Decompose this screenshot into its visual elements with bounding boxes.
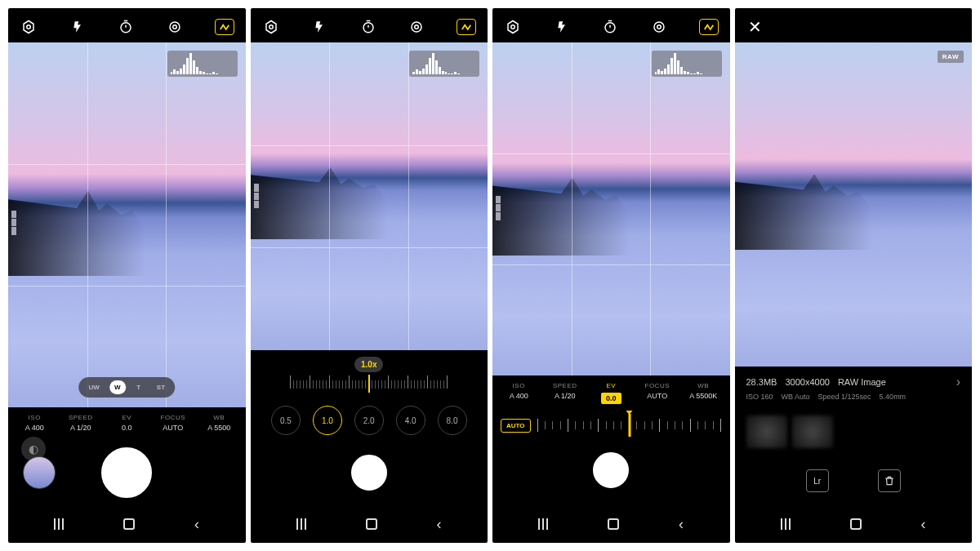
timer-icon[interactable] bbox=[601, 18, 619, 36]
ev-controls: ISO A 400 SPEED A 1/20 EV 0.0 FOCUS AUTO… bbox=[492, 375, 730, 507]
camera-screen-zoom: 1.0x 0.5 1.0 2.0 4.0 8.0 ‹ bbox=[251, 8, 488, 543]
captured-image[interactable]: RAW bbox=[735, 42, 973, 367]
svg-point-6 bbox=[269, 25, 273, 29]
aspect-ratio-icon[interactable] bbox=[408, 18, 425, 36]
raw-toggle-icon[interactable] bbox=[215, 19, 234, 35]
shutter-row bbox=[8, 435, 246, 507]
histogram bbox=[167, 51, 238, 77]
ev-auto-chip[interactable]: AUTO bbox=[501, 419, 531, 433]
zoom-preset[interactable]: 0.5 bbox=[271, 406, 301, 435]
gallery-thumbnail[interactable] bbox=[23, 456, 56, 489]
filmstrip-thumb[interactable] bbox=[792, 415, 833, 448]
raw-toggle-icon[interactable] bbox=[457, 19, 476, 35]
review-wb: WB Auto bbox=[782, 393, 810, 401]
param-ev[interactable]: EV 0.0 bbox=[588, 382, 635, 404]
flash-icon[interactable] bbox=[553, 18, 571, 36]
timer-icon[interactable] bbox=[117, 18, 135, 36]
nav-home[interactable] bbox=[608, 518, 619, 530]
camera-screen-pro-default: UW W T ST ◐ ISO A 400 SPEED A 1/20 EV 0.… bbox=[8, 8, 246, 543]
viewfinder[interactable] bbox=[492, 42, 730, 375]
review-metadata[interactable]: 28.3MB 3000x4000 RAW Image › ISO 160 WB … bbox=[735, 367, 973, 406]
param-iso[interactable]: ISO A 400 bbox=[496, 382, 542, 404]
scene-pier bbox=[492, 156, 630, 256]
nav-home[interactable] bbox=[123, 518, 135, 530]
zoom-preset[interactable]: 2.0 bbox=[354, 406, 384, 435]
nav-back[interactable]: ‹ bbox=[679, 517, 684, 531]
zoom-ruler[interactable]: 1.0x bbox=[251, 357, 488, 398]
param-wb[interactable]: WB A 5500K bbox=[680, 382, 727, 404]
top-toolbar bbox=[8, 8, 246, 42]
aspect-ratio-icon[interactable] bbox=[166, 18, 184, 36]
zoom-preset[interactable]: 1.0 bbox=[313, 406, 342, 435]
review-iso: ISO 160 bbox=[746, 393, 773, 401]
nav-back[interactable]: ‹ bbox=[437, 517, 442, 531]
aspect-ratio-icon[interactable] bbox=[650, 18, 668, 36]
flash-icon[interactable] bbox=[310, 18, 328, 36]
top-toolbar bbox=[492, 8, 730, 42]
viewfinder[interactable] bbox=[251, 42, 488, 350]
nav-back[interactable]: ‹ bbox=[194, 517, 199, 531]
param-focus[interactable]: FOCUS AUTO bbox=[150, 414, 197, 432]
zoom-controls: 1.0x 0.5 1.0 2.0 4.0 8.0 bbox=[251, 350, 488, 507]
zoom-presets: 0.5 1.0 2.0 4.0 8.0 bbox=[251, 398, 488, 435]
scene-pier bbox=[8, 167, 145, 276]
zoom-preset[interactable]: 4.0 bbox=[396, 406, 425, 435]
zoom-preset[interactable]: 8.0 bbox=[438, 406, 467, 435]
review-filesize: 28.3MB bbox=[746, 377, 777, 387]
settings-icon[interactable] bbox=[262, 18, 280, 36]
close-icon[interactable]: ✕ bbox=[746, 18, 764, 36]
android-navbar: ‹ bbox=[735, 507, 973, 543]
lens-uw[interactable]: UW bbox=[83, 380, 104, 394]
level-indicator bbox=[11, 211, 20, 235]
histogram bbox=[409, 51, 479, 77]
param-iso[interactable]: ISO A 400 bbox=[11, 414, 58, 432]
chevron-right-icon[interactable]: › bbox=[956, 375, 960, 389]
review-filmstrip[interactable] bbox=[735, 406, 973, 458]
nav-recents[interactable] bbox=[296, 518, 306, 530]
nav-home[interactable] bbox=[366, 518, 377, 530]
param-speed[interactable]: SPEED A 1/20 bbox=[542, 382, 589, 404]
lens-picker[interactable]: UW W T ST bbox=[78, 377, 175, 398]
settings-icon[interactable] bbox=[20, 18, 38, 36]
settings-icon[interactable] bbox=[504, 18, 522, 36]
shutter-button[interactable] bbox=[351, 455, 387, 491]
delete-button[interactable] bbox=[878, 469, 901, 492]
review-speed: Speed 1/125sec bbox=[818, 393, 871, 401]
svg-point-4 bbox=[173, 25, 177, 29]
param-speed[interactable]: SPEED A 1/20 bbox=[58, 414, 105, 432]
nav-back[interactable]: ‹ bbox=[921, 517, 926, 531]
param-wb[interactable]: WB A 5500 bbox=[196, 414, 243, 432]
param-focus[interactable]: FOCUS AUTO bbox=[635, 382, 681, 404]
ev-ticks[interactable] bbox=[537, 415, 722, 435]
nav-recents[interactable] bbox=[54, 518, 64, 530]
nav-home[interactable] bbox=[850, 518, 862, 530]
review-dimensions: 3000x4000 bbox=[785, 377, 829, 387]
viewfinder[interactable]: UW W T ST bbox=[8, 42, 246, 407]
scene-pier bbox=[735, 153, 872, 250]
timer-icon[interactable] bbox=[359, 18, 377, 36]
lens-st[interactable]: ST bbox=[152, 380, 170, 394]
param-ev[interactable]: EV 0.0 bbox=[104, 414, 150, 432]
nav-recents[interactable] bbox=[538, 518, 548, 530]
raw-toggle-icon[interactable] bbox=[699, 19, 719, 35]
zoom-ticks[interactable] bbox=[251, 374, 488, 389]
svg-point-1 bbox=[27, 25, 31, 29]
lightroom-button[interactable]: Lr bbox=[806, 469, 829, 492]
lens-w[interactable]: W bbox=[109, 380, 126, 394]
nav-recents[interactable] bbox=[781, 518, 791, 530]
pro-controls: ◐ ISO A 400 SPEED A 1/20 EV 0.0 FOCUS AU… bbox=[8, 407, 246, 507]
filmstrip-thumb[interactable] bbox=[746, 415, 787, 448]
shutter-button[interactable] bbox=[593, 452, 629, 488]
android-navbar: ‹ bbox=[8, 507, 246, 543]
top-toolbar bbox=[251, 8, 488, 42]
ev-ruler[interactable]: AUTO bbox=[492, 407, 730, 435]
lens-t[interactable]: T bbox=[131, 380, 147, 394]
shutter-button[interactable] bbox=[101, 447, 152, 498]
svg-point-14 bbox=[657, 25, 662, 29]
flash-icon[interactable] bbox=[69, 18, 87, 36]
review-type: RAW Image bbox=[838, 377, 886, 387]
android-navbar: ‹ bbox=[251, 507, 488, 543]
svg-marker-10 bbox=[508, 21, 518, 33]
top-toolbar: ✕ bbox=[735, 8, 973, 42]
zoom-current-badge: 1.0x bbox=[354, 357, 383, 372]
